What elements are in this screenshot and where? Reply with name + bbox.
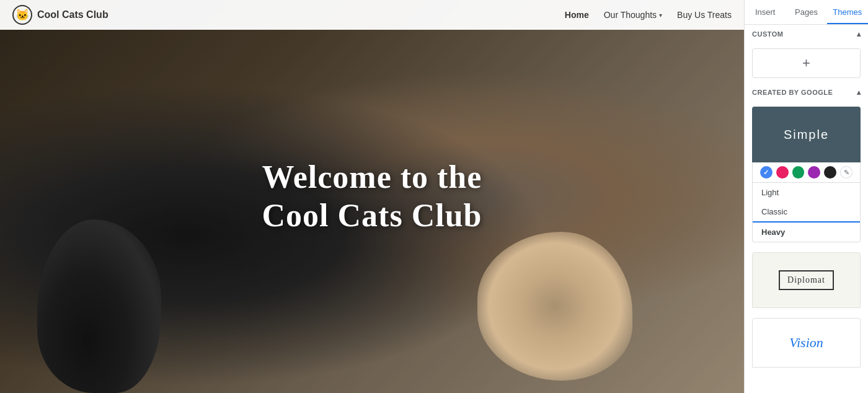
site-logo: 🐱 Cool Cats Club	[12, 5, 108, 25]
nav-our-thoughts-label: Our Thoughts	[604, 10, 657, 20]
google-section-header: CREATED BY GOOGLE ▴	[745, 83, 868, 102]
color-swatch-purple[interactable]	[808, 166, 820, 179]
nav-home[interactable]: Home	[565, 10, 589, 20]
edit-color-button[interactable]: ✎	[840, 166, 852, 179]
color-swatch-blue[interactable]	[760, 166, 773, 179]
theme-card-simple[interactable]: Simple ✎ Light Classic Heavy	[752, 107, 861, 242]
theme-card-vision[interactable]: Vision	[752, 318, 861, 368]
themes-sidebar: Insert Pages Themes CUSTOM ▴ + CREATED B…	[744, 0, 868, 393]
simple-theme-label: Simple	[784, 128, 829, 142]
site-navbar: 🐱 Cool Cats Club Home Our Thoughts ▾ Buy…	[0, 0, 744, 30]
pencil-icon: ✎	[844, 169, 849, 177]
nav-buy-treats[interactable]: Buy Us Treats	[677, 10, 732, 20]
simple-theme-fonts: Light Classic Heavy	[752, 183, 861, 242]
color-swatch-pink[interactable]	[776, 166, 789, 179]
diplomat-preview-text: Diplomat	[779, 270, 834, 290]
add-custom-theme-button[interactable]: +	[752, 48, 861, 78]
tabby-cat-figure	[477, 232, 632, 381]
sidebar-tabs: Insert Pages Themes	[745, 0, 868, 25]
tab-insert[interactable]: Insert	[745, 0, 786, 24]
custom-section-header: CUSTOM ▴	[745, 25, 868, 43]
nav-our-thoughts[interactable]: Our Thoughts ▾	[604, 10, 662, 20]
font-option-light[interactable]: Light	[753, 183, 860, 202]
simple-theme-preview: Simple	[752, 107, 861, 162]
tab-pages[interactable]: Pages	[786, 0, 826, 24]
custom-label: CUSTOM	[752, 30, 783, 38]
simple-theme-colors: ✎	[752, 162, 861, 183]
hero-title: Welcome to theCool Cats Club	[262, 158, 482, 236]
color-swatch-black[interactable]	[824, 166, 836, 179]
chevron-up-icon: ▴	[857, 30, 861, 38]
theme-card-diplomat[interactable]: Diplomat	[752, 252, 861, 308]
chevron-down-icon: ▾	[659, 12, 662, 19]
diplomat-theme-preview: Diplomat	[752, 252, 861, 308]
logo-icon: 🐱	[12, 5, 32, 25]
website-preview: 🐱 Cool Cats Club Home Our Thoughts ▾ Buy…	[0, 0, 744, 393]
hero-section: Welcome to theCool Cats Club	[262, 158, 482, 236]
site-title: Cool Cats Club	[37, 9, 108, 20]
google-section-label: CREATED BY GOOGLE	[752, 89, 833, 96]
nav-links: Home Our Thoughts ▾ Buy Us Treats	[565, 10, 732, 20]
font-option-heavy[interactable]: Heavy	[753, 221, 860, 242]
chevron-up-icon-google: ▴	[857, 88, 861, 97]
preview-area: 🐱 Cool Cats Club Home Our Thoughts ▾ Buy…	[0, 0, 744, 393]
plus-icon: +	[802, 55, 810, 71]
font-option-classic[interactable]: Classic	[753, 202, 860, 221]
tab-themes[interactable]: Themes	[827, 0, 868, 24]
black-cat-figure	[37, 219, 161, 393]
vision-theme-preview: Vision	[752, 318, 861, 368]
vision-preview-text: Vision	[789, 335, 823, 351]
color-swatch-green[interactable]	[792, 166, 805, 179]
